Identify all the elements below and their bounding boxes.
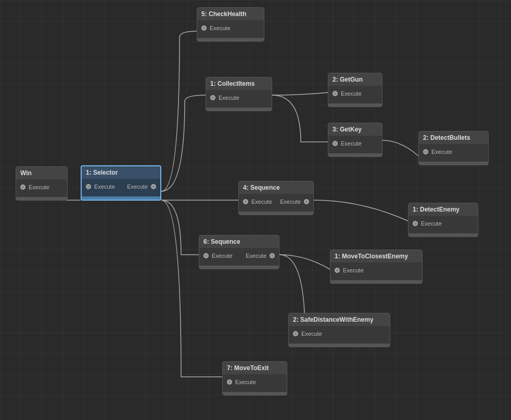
getgun-node[interactable]: 2: GetGun Execute [328, 73, 382, 107]
getgun-port-dot [333, 91, 338, 96]
selector-port-left-dot [86, 184, 91, 189]
detectbullets-node[interactable]: 2: DetectBullets Execute [418, 131, 489, 165]
getkey-bar [328, 153, 382, 156]
movetoclosest-title: 1: MoveToClosestEnemy [330, 250, 422, 262]
sequence4-title: 4: Sequence [239, 181, 313, 194]
detectenemy-port-label: Execute [421, 220, 442, 227]
movetoexit-bar [223, 392, 287, 395]
detectenemy-bar [408, 233, 478, 237]
win-title: Win [16, 167, 67, 179]
detectenemy-port-dot [413, 221, 418, 226]
getgun-title: 2: GetGun [328, 73, 382, 86]
sequence4-bar [239, 212, 313, 215]
getkey-port-label: Execute [341, 140, 362, 147]
sequence6-node[interactable]: 6: Sequence Execute Execute [199, 235, 279, 269]
safedistance-port-label: Execute [301, 331, 322, 337]
collectitems-node[interactable]: 1: CollectItems Execute [206, 77, 272, 111]
checkhealth-port-dot [201, 25, 207, 31]
getkey-node[interactable]: 3: GetKey Execute [328, 123, 382, 157]
movetoexit-port-label: Execute [235, 379, 256, 385]
getkey-port-dot [333, 141, 338, 146]
detectenemy-title: 1: DetectEnemy [408, 203, 478, 216]
win-bar [16, 197, 67, 200]
sequence6-port-right-label: Execute [246, 253, 266, 259]
getgun-bar [328, 103, 382, 107]
selector-port-right-dot [151, 184, 156, 189]
safedistance-bar [289, 344, 390, 347]
getgun-port-label: Execute [341, 90, 362, 97]
movetoclosest-bar [330, 280, 422, 283]
detectbullets-port-label: Execute [431, 149, 452, 155]
checkhealth-node[interactable]: 5: CheckHealth Execute [197, 7, 264, 42]
movetoexit-port-dot [227, 379, 232, 385]
sequence6-bar [199, 266, 279, 269]
checkhealth-title: 5: CheckHealth [197, 8, 264, 20]
collectitems-title: 1: CollectItems [206, 77, 272, 90]
checkhealth-port-label: Execute [210, 25, 231, 31]
sequence6-port-left-dot [203, 253, 209, 258]
detectenemy-node[interactable]: 1: DetectEnemy Execute [408, 203, 478, 237]
safedistance-title: 2: SafeDistanceWithEnemy [289, 313, 390, 326]
sequence6-title: 6: Sequence [199, 235, 279, 248]
win-port-label: Execute [29, 184, 49, 190]
sequence6-port-right-dot [270, 253, 275, 258]
movetoexit-node[interactable]: 7: MoveToExit Execute [222, 361, 287, 396]
movetoclosest-port-dot [335, 268, 340, 273]
checkhealth-bar [197, 38, 264, 41]
collectitems-port-dot [210, 95, 215, 100]
selector-port-left-label: Execute [94, 183, 115, 190]
movetoclosest-node[interactable]: 1: MoveToClosestEnemy Execute [330, 250, 423, 284]
sequence4-port-left-dot [243, 199, 248, 204]
selector-node[interactable]: 1: Selector Execute Execute [81, 165, 161, 201]
sequence4-node[interactable]: 4: Sequence Execute Execute [238, 181, 314, 215]
sequence4-port-left-label: Execute [251, 199, 272, 205]
win-node[interactable]: Win Execute [16, 166, 68, 201]
sequence6-port-left-label: Execute [212, 253, 233, 259]
movetoclosest-port-label: Execute [343, 267, 364, 273]
win-port-dot [20, 185, 25, 190]
detectbullets-bar [419, 162, 488, 165]
safedistance-node[interactable]: 2: SafeDistanceWithEnemy Execute [288, 313, 390, 347]
detectbullets-title: 2: DetectBullets [419, 132, 488, 144]
selector-port-right-label: Execute [127, 183, 148, 190]
safedistance-port-dot [293, 331, 298, 336]
selector-title: 1: Selector [82, 166, 160, 179]
collectitems-bar [206, 108, 272, 111]
sequence4-port-right-label: Execute [280, 199, 301, 205]
sequence4-port-right-dot [304, 199, 309, 204]
movetoexit-title: 7: MoveToExit [223, 362, 287, 374]
selector-bar [82, 196, 160, 200]
detectbullets-port-dot [423, 149, 428, 154]
getkey-title: 3: GetKey [328, 123, 382, 136]
collectitems-port-label: Execute [219, 95, 239, 101]
